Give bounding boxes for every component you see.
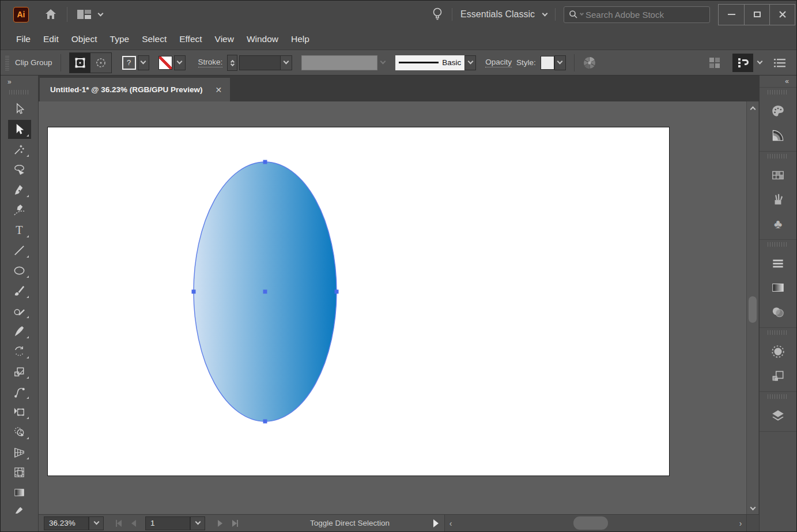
scale-tool[interactable] [8, 362, 31, 381]
horizontal-scroll-thumb[interactable] [573, 516, 608, 530]
panel-menu-icon[interactable] [773, 58, 786, 68]
minimize-button[interactable] [719, 5, 744, 25]
recolor-artwork-button[interactable] [583, 56, 596, 70]
document-tab[interactable]: Untitled-1* @ 36.23% (RGB/GPU Preview) ✕ [40, 78, 230, 101]
curvature-tool[interactable] [8, 201, 31, 220]
color-guide-panel-icon[interactable] [765, 123, 791, 148]
opacity-label[interactable]: Opacity [485, 58, 512, 67]
stroke-none-swatch[interactable] [158, 56, 172, 70]
scroll-left-icon[interactable]: ‹ [445, 519, 456, 528]
edit-clip-path-button[interactable] [70, 53, 90, 73]
panel-grip[interactable] [5, 55, 9, 70]
panel-grip[interactable] [768, 330, 788, 335]
lasso-tool[interactable] [8, 160, 31, 179]
menu-view[interactable]: View [209, 28, 240, 50]
zoom-level-field[interactable]: 36.23% [44, 516, 89, 530]
artboard-dropdown[interactable] [190, 516, 205, 530]
panel-dock-toggle[interactable] [732, 54, 762, 72]
vertical-scroll-track[interactable] [747, 114, 758, 501]
stroke-label[interactable]: Stroke: [198, 58, 223, 67]
style-dropdown[interactable] [554, 55, 566, 70]
brushes-panel-icon[interactable] [765, 187, 791, 212]
search-input[interactable] [586, 10, 705, 20]
width-tool[interactable] [8, 382, 31, 401]
canvas[interactable] [39, 101, 746, 514]
brush-definition-dropdown[interactable] [464, 55, 476, 70]
vertical-scrollbar[interactable] [746, 101, 759, 514]
status-expand-icon[interactable] [433, 519, 439, 527]
zoom-dropdown[interactable] [89, 516, 104, 530]
anchor-point[interactable] [192, 290, 196, 294]
gradient-tool[interactable] [8, 483, 31, 502]
panel-grip[interactable] [9, 90, 30, 95]
selection-tool[interactable] [8, 100, 31, 119]
edit-contents-button[interactable] [90, 53, 111, 73]
horizontal-scrollbar[interactable]: ‹ › [444, 515, 746, 531]
stroke-width-dropdown[interactable] [281, 55, 292, 70]
previous-artboard-button[interactable] [127, 516, 141, 530]
lightbulb-icon[interactable] [431, 7, 444, 22]
paintbrush-tool[interactable] [8, 281, 31, 300]
gradient-panel-icon[interactable] [765, 276, 791, 300]
selected-ellipse[interactable] [39, 101, 746, 514]
horizontal-scroll-track[interactable] [456, 515, 735, 531]
anchor-point[interactable] [263, 420, 267, 424]
transparency-panel-icon[interactable] [765, 300, 791, 324]
panel-grip[interactable] [768, 394, 788, 399]
right-dock-collapse[interactable]: « [760, 76, 796, 88]
close-button[interactable] [769, 5, 795, 25]
menu-help[interactable]: Help [285, 28, 316, 50]
vertical-scroll-thumb[interactable] [749, 296, 757, 323]
grid-panel-icon[interactable] [708, 56, 721, 69]
menu-edit[interactable]: Edit [37, 28, 65, 50]
home-icon[interactable] [44, 7, 58, 21]
workspace-switcher[interactable]: Essentials Classic [460, 9, 547, 20]
pen-tool[interactable] [8, 180, 31, 199]
scroll-right-icon[interactable]: › [735, 519, 746, 528]
perspective-grid-tool[interactable] [8, 443, 31, 462]
brush-definition-field[interactable]: Basic [395, 55, 464, 70]
fill-color-swatch[interactable]: ? [122, 56, 136, 70]
stroke-width-field[interactable] [239, 55, 281, 70]
first-artboard-button[interactable] [112, 516, 126, 530]
ellipse-tool[interactable] [8, 261, 31, 280]
tab-close-icon[interactable]: ✕ [215, 85, 222, 95]
type-tool[interactable]: T [8, 221, 31, 240]
next-artboard-button[interactable] [213, 516, 227, 530]
knife-tool[interactable] [8, 322, 31, 341]
shape-builder-tool[interactable] [8, 422, 31, 442]
stroke-color-dropdown[interactable] [174, 55, 186, 70]
menu-type[interactable]: Type [104, 28, 136, 50]
stroke-width-stepper[interactable] [227, 55, 237, 71]
adobe-stock-search[interactable] [564, 6, 710, 23]
magic-wand-tool[interactable] [8, 140, 31, 159]
symbols-panel-icon[interactable]: ♣ [765, 212, 791, 236]
artboard-number-field[interactable]: 1 [145, 516, 190, 530]
graphic-styles-panel-icon[interactable] [765, 364, 791, 388]
scroll-up-icon[interactable] [751, 101, 755, 114]
fill-color-dropdown[interactable] [138, 55, 149, 70]
last-artboard-button[interactable] [228, 516, 242, 530]
panel-grip[interactable] [768, 90, 788, 95]
panel-grip[interactable] [768, 242, 788, 247]
stroke-panel-icon[interactable] [765, 251, 791, 276]
arrange-documents-icon[interactable] [77, 9, 92, 20]
color-panel-icon[interactable] [765, 99, 791, 123]
anchor-point[interactable] [263, 160, 267, 164]
rotate-tool[interactable] [8, 342, 31, 361]
maximize-button[interactable] [744, 5, 769, 25]
free-transform-tool[interactable] [8, 402, 31, 421]
swatches-panel-icon[interactable] [765, 163, 791, 187]
menu-file[interactable]: File [10, 28, 37, 50]
eyedropper-tool[interactable] [8, 503, 31, 514]
line-segment-tool[interactable] [8, 241, 31, 260]
menu-object[interactable]: Object [65, 28, 104, 50]
menu-window[interactable]: Window [240, 28, 285, 50]
style-swatch[interactable] [541, 56, 554, 70]
menu-effect[interactable]: Effect [173, 28, 208, 50]
anchor-point[interactable] [263, 290, 267, 294]
appearance-panel-icon[interactable] [765, 339, 791, 364]
chevron-down-icon[interactable] [98, 10, 104, 16]
menu-select[interactable]: Select [135, 28, 173, 50]
layers-panel-icon[interactable] [765, 403, 791, 428]
